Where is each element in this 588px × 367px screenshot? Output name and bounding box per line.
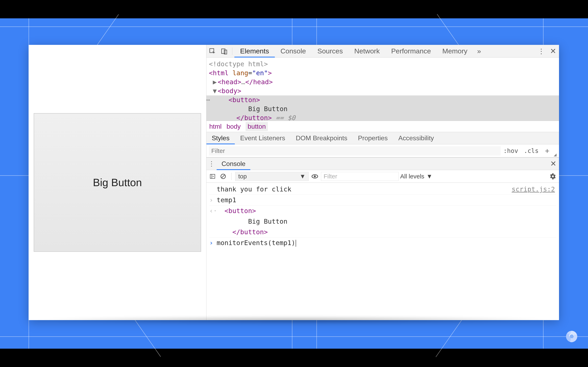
console-output-value: <button>: [217, 206, 556, 216]
svg-rect-1: [222, 49, 225, 53]
styles-filter-row: :hov .cls ＋: [207, 144, 559, 157]
chevron-down-icon: ▼: [426, 173, 432, 180]
dom-breadcrumb: html body button: [207, 121, 559, 132]
subtab-event-listeners[interactable]: Event Listeners: [235, 132, 291, 144]
hov-toggle[interactable]: :hov: [501, 147, 521, 154]
context-selector-value: top: [238, 173, 247, 180]
separator: [231, 173, 232, 180]
console-sidebar-toggle-icon[interactable]: [208, 172, 217, 181]
subtab-dom-breakpoints[interactable]: DOM Breakpoints: [291, 132, 353, 144]
log-levels-selector[interactable]: All levels ▼: [400, 173, 432, 180]
deco-line: [0, 336, 588, 337]
subtab-styles[interactable]: Styles: [207, 132, 235, 144]
svg-line-7: [222, 175, 225, 178]
big-button[interactable]: Big Button: [34, 113, 201, 252]
deco-line: [437, 14, 461, 48]
subtab-dom-breakpoints-label: DOM Breakpoints: [296, 134, 347, 142]
tab-elements-label: Elements: [240, 47, 269, 55]
console-output-row: ‹· <button>: [209, 206, 556, 216]
tab-console[interactable]: Console: [275, 45, 312, 57]
console-log-row: thank you for click script.js:2: [209, 184, 556, 195]
console-prompt-icon: ›: [209, 195, 217, 205]
drawer-close-icon[interactable]: ✕: [548, 159, 559, 168]
console-log-message: thank you for click: [217, 184, 512, 194]
deco-line: [95, 14, 119, 48]
console-toolbar: top ▼ Filter All levels ▼: [207, 170, 559, 183]
drawer-tab-console-label: Console: [222, 160, 245, 167]
dom-selected-actions-icon[interactable]: ⋯: [207, 95, 210, 104]
tab-sources-label: Sources: [317, 47, 343, 55]
tab-network[interactable]: Network: [348, 45, 385, 57]
close-devtools-icon[interactable]: ✕: [548, 47, 558, 56]
tab-performance[interactable]: Performance: [385, 45, 437, 57]
crumb-html[interactable]: html: [209, 123, 222, 130]
inspect-element-icon[interactable]: [208, 47, 217, 56]
console-source-link[interactable]: script.js:2: [512, 184, 556, 194]
tab-sources[interactable]: Sources: [311, 45, 348, 57]
subtab-accessibility[interactable]: Accessibility: [393, 132, 439, 144]
subtab-properties[interactable]: Properties: [353, 132, 393, 144]
live-expression-icon[interactable]: [310, 172, 319, 181]
tab-network-label: Network: [354, 47, 380, 55]
chevron-down-icon: ▼: [300, 173, 306, 180]
console-output-row: Big Button: [209, 216, 556, 227]
svg-rect-3: [210, 174, 215, 178]
console-output[interactable]: thank you for click script.js:2 › temp1 …: [207, 183, 559, 320]
elements-subtabs: Styles Event Listeners DOM Breakpoints P…: [207, 132, 559, 144]
log-levels-label: All levels: [400, 173, 424, 180]
tab-elements[interactable]: Elements: [234, 45, 275, 57]
crumb-body[interactable]: body: [226, 123, 241, 130]
devtools-tabbar: Elements Console Sources Network Perform…: [207, 45, 559, 58]
dom-line-body[interactable]: ▼<body>: [209, 86, 557, 95]
more-tabs-icon[interactable]: »: [474, 47, 484, 56]
chrome-logo-icon: [566, 330, 578, 342]
clear-console-icon[interactable]: [219, 172, 228, 181]
svg-marker-5: [213, 175, 214, 177]
console-settings-icon[interactable]: [548, 172, 557, 181]
big-button-label: Big Button: [93, 176, 142, 189]
tab-performance-label: Performance: [391, 47, 431, 55]
drawer-kebab-icon[interactable]: ⋮: [207, 160, 217, 167]
device-toggle-icon[interactable]: [219, 47, 229, 56]
slide-background: Big Button Elements Console Sources: [0, 18, 588, 349]
dom-line-html[interactable]: <html lang="en">: [209, 68, 557, 77]
new-style-rule-button[interactable]: ＋: [541, 146, 553, 156]
console-current-input-row[interactable]: › monitorEvents(temp1): [209, 238, 556, 248]
styles-filter-input[interactable]: [209, 146, 501, 156]
dom-line-doctype[interactable]: <!doctype html>: [209, 59, 557, 68]
page-preview-pane: Big Button: [29, 45, 206, 320]
cls-toggle[interactable]: .cls: [521, 147, 541, 154]
resize-handle-icon[interactable]: [554, 154, 557, 156]
window-panel: Big Button Elements Console Sources: [29, 45, 559, 320]
deco-line: [436, 320, 462, 357]
tab-memory[interactable]: Memory: [437, 45, 473, 57]
subtab-styles-label: Styles: [212, 134, 229, 142]
context-selector[interactable]: top ▼: [235, 172, 309, 181]
console-filter-placeholder: Filter: [324, 173, 337, 180]
console-output-value: Big Button: [217, 217, 556, 226]
tab-console-label: Console: [281, 47, 306, 55]
console-output-row: </button>: [209, 227, 556, 238]
dom-line-head[interactable]: ▶<head>…</head>: [209, 77, 557, 86]
subtab-properties-label: Properties: [358, 134, 388, 142]
dom-tree[interactable]: <!doctype html> <html lang="en"> ▶<head>…: [207, 58, 559, 121]
svg-point-9: [314, 175, 316, 177]
separator: [232, 48, 232, 55]
console-drawer-header: ⋮ Console ✕: [207, 157, 559, 170]
tab-memory-label: Memory: [442, 47, 467, 55]
subtab-event-listeners-label: Event Listeners: [240, 134, 285, 142]
console-return-icon: ‹·: [209, 206, 217, 216]
console-input-row: › temp1: [209, 195, 556, 206]
console-current-input[interactable]: monitorEvents(temp1): [217, 238, 556, 248]
drawer-tab-console[interactable]: Console: [217, 158, 250, 170]
crumb-button[interactable]: button: [246, 122, 268, 131]
letterbox-frame: Big Button Elements Console Sources: [0, 0, 588, 367]
panel-shadow: [29, 316, 559, 324]
console-filter-input[interactable]: Filter: [321, 172, 398, 181]
dom-selected-row[interactable]: ⋯ <button> Big Button </button> == $0: [207, 95, 559, 121]
console-output-value: </button>: [217, 227, 556, 237]
console-prompt-icon: ›: [209, 238, 217, 248]
text-cursor: [296, 240, 296, 247]
dom-eq0: == $0: [272, 114, 295, 121]
kebab-menu-icon[interactable]: ⋮: [536, 47, 546, 56]
